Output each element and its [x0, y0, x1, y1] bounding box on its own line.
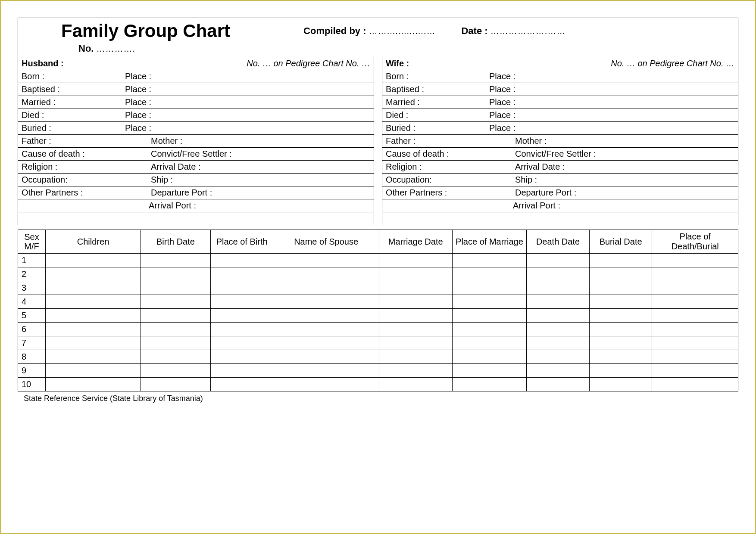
husband-partners: Other Partners :Departure Port : [18, 186, 374, 199]
table-cell [45, 378, 141, 391]
table-cell [589, 295, 652, 309]
wife-arrival-port: Arrival Port : [382, 199, 738, 212]
table-cell [210, 267, 273, 281]
table-cell [452, 254, 527, 267]
table-cell [452, 267, 527, 281]
table-cell [652, 323, 738, 336]
husband-header: Husband : No. … on Pedigree Chart No. … [18, 57, 374, 70]
table-cell [652, 254, 738, 267]
table-cell [141, 378, 211, 391]
wife-empty [382, 212, 738, 225]
table-cell [210, 364, 273, 378]
table-cell [652, 267, 738, 281]
table-cell [141, 364, 211, 378]
table-cell [589, 267, 652, 281]
table-cell [452, 295, 527, 309]
wife-father-mother: Father :Mother : [382, 135, 738, 148]
table-row: 8 [18, 350, 738, 364]
compiled-by-text: Compiled by : [303, 25, 366, 36]
table-cell [379, 295, 452, 309]
table-cell [45, 364, 141, 378]
table-cell [379, 323, 452, 336]
table-cell [527, 267, 590, 281]
table-cell [652, 364, 738, 378]
table-cell [210, 295, 273, 309]
table-cell [141, 295, 211, 309]
row-number: 7 [18, 336, 46, 350]
table-cell [527, 254, 590, 267]
children-header-row: Sex M/F Children Birth Date Place of Bir… [18, 230, 738, 254]
table-cell [273, 336, 379, 350]
compiled-by-dots: ……..............… [369, 26, 436, 36]
table-cell [589, 336, 652, 350]
table-cell [141, 254, 211, 267]
table-cell [527, 295, 590, 309]
table-cell [589, 350, 652, 364]
table-cell [141, 267, 211, 281]
table-cell [589, 309, 652, 323]
table-cell [210, 323, 273, 336]
row-number: 2 [18, 267, 46, 281]
table-cell [527, 281, 590, 295]
col-burial-date: Burial Date [589, 230, 652, 254]
table-cell [452, 336, 527, 350]
table-cell [141, 336, 211, 350]
col-spouse: Name of Spouse [273, 230, 379, 254]
wife-born: Born :Place : [382, 70, 738, 83]
children-table: Sex M/F Children Birth Date Place of Bir… [18, 230, 738, 391]
table-cell [527, 364, 590, 378]
col-death-date: Death Date [527, 230, 590, 254]
table-cell [273, 323, 379, 336]
table-cell [379, 336, 452, 350]
table-cell [210, 350, 273, 364]
col-sex: Sex M/F [18, 230, 46, 254]
footer-text: State Reference Service (State Library o… [18, 391, 738, 403]
table-cell [45, 267, 141, 281]
table-cell [45, 309, 141, 323]
table-cell [452, 364, 527, 378]
table-cell [141, 309, 211, 323]
date-label: Date : ……………….…… [461, 25, 565, 37]
husband-occupation: Occupation:Ship : [18, 174, 374, 186]
table-cell [273, 309, 379, 323]
wife-pedigree: No. … on Pedigree Chart No. … [489, 59, 734, 68]
table-row: 7 [18, 336, 738, 350]
table-cell [589, 254, 652, 267]
table-row: 4 [18, 295, 738, 309]
wife-column: Wife : No. … on Pedigree Chart No. … Bor… [382, 57, 738, 225]
husband-arrival-port: Arrival Port : [18, 199, 374, 212]
date-text: Date : [461, 25, 487, 36]
table-cell [652, 295, 738, 309]
row-number: 6 [18, 323, 46, 336]
parents-section: Husband : No. … on Pedigree Chart No. … … [18, 57, 738, 225]
table-cell [273, 378, 379, 391]
table-cell [452, 281, 527, 295]
wife-occupation: Occupation:Ship : [382, 174, 738, 186]
wife-cause: Cause of death :Convict/Free Settler : [382, 148, 738, 161]
wife-partners: Other Partners :Departure Port : [382, 186, 738, 199]
row-number: 1 [18, 254, 46, 267]
page: Family Group Chart Compiled by : …….....… [18, 18, 738, 403]
table-cell [379, 281, 452, 295]
table-cell [652, 336, 738, 350]
table-cell [379, 364, 452, 378]
table-cell [527, 323, 590, 336]
row-number: 9 [18, 364, 46, 378]
table-cell [45, 336, 141, 350]
table-cell [379, 378, 452, 391]
col-birth-date: Birth Date [141, 230, 211, 254]
table-cell [452, 309, 527, 323]
table-row: 6 [18, 323, 738, 336]
husband-cause: Cause of death :Convict/Free Settler : [18, 148, 374, 161]
table-cell [210, 281, 273, 295]
table-cell [141, 281, 211, 295]
table-cell [379, 267, 452, 281]
table-cell [273, 281, 379, 295]
page-title: Family Group Chart [22, 21, 230, 41]
table-row: 9 [18, 364, 738, 378]
table-row: 2 [18, 267, 738, 281]
row-number: 5 [18, 309, 46, 323]
table-cell [527, 309, 590, 323]
table-cell [379, 309, 452, 323]
husband-column: Husband : No. … on Pedigree Chart No. … … [18, 57, 374, 225]
